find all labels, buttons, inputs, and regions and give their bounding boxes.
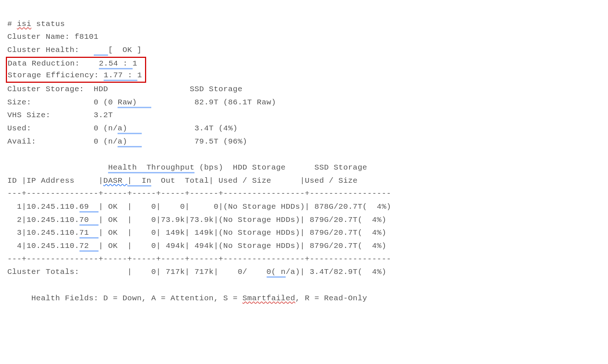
- table-header-1b: Health Throughput: [108, 163, 194, 173]
- ip-tail: 72: [79, 242, 99, 252]
- data-reduction-value: 2.54 :: [99, 59, 133, 69]
- table-header-1a: [7, 163, 108, 172]
- storage-efficiency-label: Storage Efficiency:: [8, 71, 104, 79]
- used-na: a): [118, 124, 142, 134]
- avail-ssd: 79.5T (96%): [142, 137, 247, 146]
- prompt: #: [7, 20, 17, 28]
- cluster-totals-c: /a)| 3.4T/82.9T( 4%): [286, 268, 386, 276]
- storage-efficiency-value: 1.77 :: [104, 71, 137, 81]
- table-header-in: | In: [127, 177, 152, 186]
- cluster-totals-b: 0( n: [267, 268, 286, 278]
- size-label: Size: 0 (0: [7, 98, 118, 107]
- cluster-totals-a: Cluster Totals: | 0| 717k| 717k| 0/: [7, 268, 267, 276]
- avail-na: a): [118, 137, 142, 147]
- legend-smartfailed: Smartfailed: [242, 294, 295, 302]
- ratio-highlight-box: Data Reduction: 2.54 : 1 Storage Efficie…: [6, 57, 146, 83]
- table-separator: ---+---------------+-----+-----+-----+--…: [7, 255, 391, 263]
- cluster-health-label: Cluster Health:: [7, 46, 94, 54]
- used-ssd: 3.4T (4%): [142, 124, 238, 133]
- size-raw: Raw): [118, 98, 151, 108]
- storage-efficiency-tail: 1: [137, 71, 142, 79]
- avail-label: Avail: 0 (n/: [7, 137, 118, 146]
- table-row: 2|10.245.110.: [7, 216, 79, 224]
- table-row-rest: | OK | 0| 494k| 494k|(No Storage HDDs)| …: [99, 242, 386, 250]
- table-row-rest: | OK | 0| 0| 0|(No Storage HDDs)| 878G/2…: [99, 203, 391, 211]
- cluster-name-label: Cluster Name:: [7, 33, 74, 41]
- data-reduction-tail: 1: [133, 59, 137, 68]
- cluster-health-gap: [94, 46, 108, 56]
- table-header-2d: Out Total| Used / Size |Used / Size: [151, 177, 357, 185]
- table-row: 3|10.245.110.: [7, 229, 79, 237]
- ip-tail: 71: [79, 229, 99, 238]
- cmd-status: status: [31, 20, 65, 28]
- table-row-rest: | OK | 0|73.9k|73.9k|(No Storage HDDs)| …: [99, 216, 386, 224]
- cluster-storage-header: Cluster Storage: HDD SSD Storage: [7, 85, 242, 93]
- terminal-output: # isi status Cluster Name: f8101 Cluster…: [0, 0, 608, 309]
- table-row-rest: | OK | 0| 149k| 149k|(No Storage HDDs)| …: [99, 229, 386, 237]
- cmd-isi: isi: [17, 20, 31, 28]
- legend-c: , R = Read-Only: [295, 294, 367, 302]
- cluster-health-value: [ OK ]: [108, 46, 142, 54]
- ip-tail: 70: [79, 216, 99, 226]
- table-row: 1|10.245.110.: [7, 203, 79, 211]
- table-header-1c: (bps) HDD Storage SSD Storage: [194, 163, 367, 172]
- table-header-dasr: DASR: [103, 177, 127, 185]
- vhs-line: VHS Size: 3.2T: [7, 111, 113, 119]
- table-row: 4|10.245.110.: [7, 242, 79, 250]
- table-separator: ---+---------------+-----+-----+-----+--…: [7, 189, 391, 198]
- cluster-name-value: f8101: [74, 33, 99, 41]
- size-ssd: 82.9T (86.1T Raw): [151, 98, 276, 107]
- data-reduction-label: Data Reduction:: [8, 59, 99, 68]
- table-header-2a: ID |IP Address |: [7, 177, 103, 185]
- used-label: Used: 0 (n/: [7, 124, 118, 133]
- legend-a: Health Fields: D = Down, A = Attention, …: [7, 294, 242, 302]
- ip-tail: 69: [79, 203, 99, 212]
